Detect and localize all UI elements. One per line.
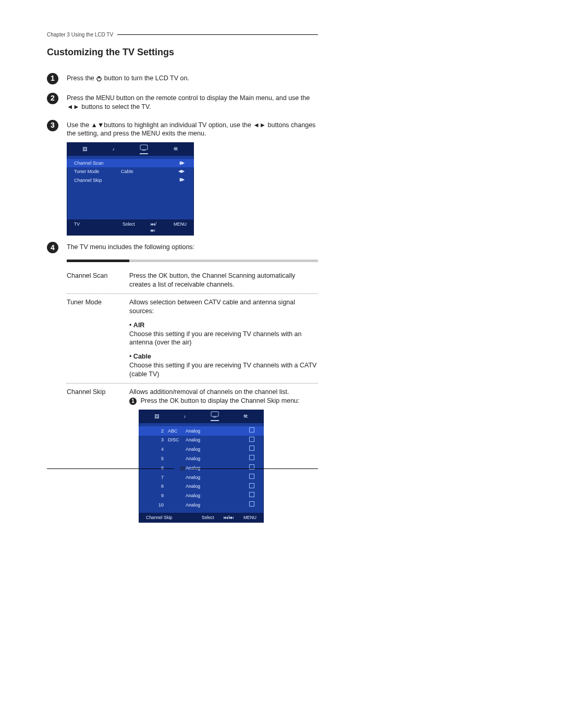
menu-label: MENU (142, 130, 160, 137)
channel-type: Analog (186, 502, 217, 508)
text: exits the menu. (160, 130, 206, 137)
osd-tabs: 🖼 ♪ 🛠 (139, 410, 264, 423)
svg-rect-2 (140, 145, 148, 150)
option-tuner-mode: Tuner Mode Allows selection between CATV… (67, 294, 318, 384)
option-label: Channel Scan (67, 272, 124, 289)
step-badge: 3 (47, 120, 58, 131)
osd-tv-menu: 🖼 ♪ 🛠 Channel Scan ▮▶ Tuner Mode (67, 142, 194, 236)
osd-control-icon: ◀▶ (178, 169, 187, 175)
osd-body: Channel Scan ▮▶ Tuner Mode Cable ◀▶ Chan… (67, 156, 194, 219)
step-1: 1 Press the button to turn the LCD TV on… (47, 74, 318, 84)
channel-type: Analog (186, 446, 217, 452)
channel-type: Analog (186, 483, 217, 489)
up-down-icon: ▲▼ (91, 121, 104, 129)
channel-type: Analog (186, 428, 217, 434)
text: Press the (129, 272, 158, 279)
step-text: Press the button to turn the LCD TV on. (67, 74, 318, 83)
ok-label: OK (170, 397, 179, 404)
osd-label: Tuner Mode (74, 168, 121, 175)
osd-row: 5Analog (139, 454, 264, 463)
text: buttons to highlight an individual TV op… (104, 121, 253, 129)
tv-icon (140, 144, 148, 154)
svg-rect-3 (142, 150, 145, 151)
channel-number: 8 (146, 483, 168, 489)
chapter-header: Chapter 3 Using the LCD TV (47, 31, 318, 39)
substep-badge: 1 (129, 398, 137, 405)
channel-name: ABC (168, 428, 186, 434)
text: button to turn the LCD TV on. (102, 75, 189, 82)
osd-label: Channel Scan (74, 160, 121, 166)
text: button on the remote control to display … (115, 94, 310, 102)
sub-air: • AIR Choose this setting if you are rec… (129, 321, 318, 348)
tv-icon (211, 411, 219, 421)
channel-type: Analog (186, 437, 217, 443)
text: buttons to select the TV. (80, 103, 151, 110)
header-rule (117, 34, 318, 35)
sub-cable: • Cable Choose this setting if you are r… (129, 352, 318, 379)
channel-number: 3 (146, 437, 168, 443)
option-desc: Allows addition/removal of channels on t… (129, 388, 318, 523)
menu-label: MENU (96, 94, 114, 102)
svg-rect-5 (213, 417, 216, 417)
channel-checkbox (249, 474, 256, 481)
audio-icon: ♪ (183, 413, 186, 419)
osd-value: Cable (121, 168, 168, 175)
picture-icon: 🖼 (154, 413, 159, 419)
osd-foot-select: Select (202, 515, 214, 521)
left-right-icon: ◄► (67, 103, 80, 110)
text: Press the (67, 94, 96, 102)
sub-desc: Choose this setting if you are receiving… (129, 330, 302, 347)
osd-row: Tuner Mode Cable ◀▶ (67, 167, 194, 176)
channel-type: Analog (186, 492, 217, 499)
osd-foot-label: TV (74, 221, 107, 233)
osd-footer: TV Select ⏮/⏭ MENU (67, 219, 194, 236)
channel-checkbox (249, 501, 256, 509)
channel-type: Analog (186, 474, 217, 480)
osd-row: Channel Skip ▮▶ (67, 176, 194, 184)
osd-row: 2ABCAnalog (139, 426, 264, 436)
option-label: Channel Skip (67, 388, 124, 523)
table-header-bar (67, 260, 318, 262)
svg-rect-4 (211, 412, 218, 416)
osd-foot-nav-icon: ⏮/⏭ (151, 221, 158, 233)
osd-row: 10Analog (139, 500, 264, 510)
osd-footer: Channel Skip Select ⏮/⏭ MENU (139, 513, 264, 523)
audio-icon: ♪ (113, 146, 115, 152)
step-text: Use the ▲▼buttons to highlight an indivi… (67, 121, 318, 139)
text: Press the (140, 397, 169, 404)
osd-control-icon: ▮▶ (179, 161, 187, 166)
sub-title: Cable (133, 353, 151, 360)
osd-foot-nav-icon: ⏮/⏭ (224, 515, 234, 521)
osd-foot-menu: MENU (243, 515, 256, 521)
channel-number: 4 (146, 446, 168, 452)
channel-checkbox (249, 455, 256, 462)
channel-name: DISC (168, 437, 186, 443)
channel-checkbox (249, 427, 256, 435)
picture-icon: 🖼 (82, 146, 87, 152)
option-channel-skip: Channel Skip Allows addition/removal of … (67, 384, 318, 527)
chapter-title: Chapter 3 Using the LCD TV (47, 31, 113, 39)
text: Use the (67, 121, 91, 129)
channel-number: 2 (146, 428, 168, 434)
osd-row: 8Analog (139, 482, 264, 491)
text: Press the (67, 75, 96, 82)
osd-row: Channel Scan ▮▶ (67, 159, 194, 167)
step-2: 2 Press the MENU button on the remote co… (47, 94, 318, 112)
channel-checkbox (249, 446, 256, 453)
osd-row: 7Analog (139, 473, 264, 482)
option-label: Tuner Mode (67, 298, 124, 379)
osd-control-icon: ▮▶ (179, 177, 187, 183)
step-text: Press the MENU button on the remote cont… (67, 94, 318, 112)
channel-number: 10 (146, 502, 168, 508)
step-4: 4 The TV menu includes the following opt… (47, 243, 318, 253)
osd-foot-label: Channel Skip (146, 515, 173, 521)
sub-title: AIR (133, 322, 145, 329)
channel-checkbox (249, 483, 256, 490)
channel-number: 5 (146, 455, 168, 462)
osd-label: Channel Skip (74, 177, 121, 183)
channel-number: 9 (146, 492, 168, 499)
step-badge: 2 (47, 93, 58, 104)
step-3: 3 Use the ▲▼buttons to highlight an indi… (47, 121, 318, 139)
osd-foot-select: Select (123, 221, 135, 233)
left-right-icon: ◄► (253, 121, 266, 129)
